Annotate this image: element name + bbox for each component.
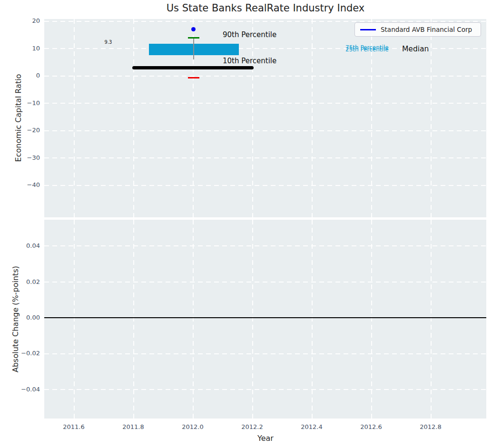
gridline-vertical: [431, 220, 432, 419]
gridline-vertical: [193, 220, 194, 419]
legend: Standard AVB Financial Corp: [354, 22, 481, 37]
annotation-90th-percentile: 90th Percentile: [223, 30, 276, 39]
company-data-point: [191, 27, 196, 31]
x-tick-label: 2011.6: [57, 423, 90, 431]
annotation-25th-percentile: 25th Percentile: [345, 46, 389, 53]
y-axis-label-top: Economic Capital Ratio: [14, 74, 23, 162]
x-tick-label: 2012.8: [414, 423, 447, 431]
gridline-horizontal: [44, 103, 486, 104]
gridline-horizontal: [44, 282, 486, 282]
x-axis-label: Year: [257, 434, 274, 443]
x-tick-label: 2012.6: [354, 423, 388, 431]
gridline-horizontal: [44, 130, 486, 131]
gridline-vertical: [74, 19, 75, 217]
gridline-vertical: [312, 19, 313, 217]
gridline-vertical: [252, 19, 253, 217]
top-plot-area: 9.3 90th Percentile 10th Percentile 75th…: [44, 19, 486, 217]
gridline-vertical: [371, 220, 372, 419]
gridline-horizontal: [44, 245, 486, 246]
gridline-horizontal: [44, 389, 486, 390]
legend-label: Standard AVB Financial Corp: [381, 23, 472, 36]
gridline-vertical: [431, 19, 432, 217]
median-line: [132, 66, 254, 69]
median-value-label: 9.3: [99, 39, 117, 45]
percentile-whisker-line: [193, 38, 194, 59]
y-tick-label: 0.00: [0, 313, 40, 322]
chart-title: Us State Banks RealRate Industry Index: [167, 2, 365, 14]
zero-reference-line: [44, 317, 486, 318]
gridline-horizontal: [44, 157, 486, 158]
y-tick-label: 0.04: [0, 242, 40, 250]
y-tick-label: 0.02: [0, 278, 40, 286]
gridline-vertical: [252, 220, 253, 419]
gridline-horizontal: [44, 185, 486, 186]
gridline-horizontal: [44, 353, 486, 354]
gridline-horizontal: [44, 21, 486, 22]
gridline-vertical: [312, 220, 313, 419]
legend-line-sample: [360, 29, 376, 30]
y-tick-label: −40: [0, 181, 40, 189]
x-tick-label: 2011.8: [117, 423, 150, 431]
gridline-vertical: [133, 19, 134, 217]
bottom-plot-area: [44, 220, 486, 419]
gridline-vertical: [133, 220, 134, 419]
y-tick-label: 20: [0, 17, 40, 25]
figure: Us State Banks RealRate Industry Index 9…: [0, 0, 492, 448]
y-tick-label: −0.02: [0, 349, 40, 358]
x-tick-label: 2012.0: [176, 423, 209, 431]
x-tick-label: 2012.2: [236, 423, 269, 431]
annotation-median: Median: [402, 45, 429, 53]
x-tick-label: 2012.4: [295, 423, 328, 431]
y-axis-label-bottom: Absolute Change (%-points): [11, 266, 20, 372]
gridline-horizontal: [44, 76, 486, 77]
percentile-90-cap: [188, 37, 199, 39]
y-tick-label: −0.04: [0, 385, 40, 394]
y-tick-label: 10: [0, 44, 40, 53]
gridline-vertical: [74, 220, 75, 419]
annotation-10th-percentile: 10th Percentile: [223, 57, 276, 65]
percentile-10-cap: [188, 77, 199, 78]
